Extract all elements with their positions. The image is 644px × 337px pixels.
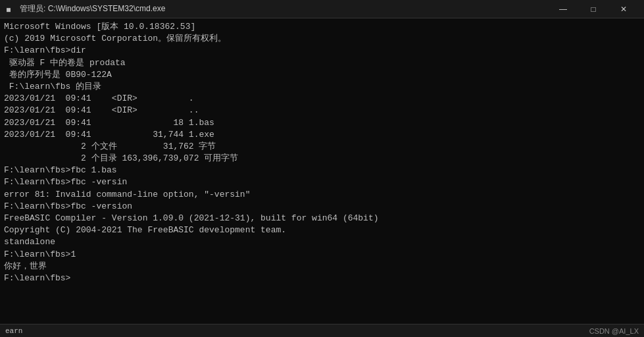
close-button[interactable]: ✕ xyxy=(608,0,639,18)
console-line: F:\learn\fbs>dir xyxy=(4,45,640,57)
console-line: FreeBASIC Compiler - Version 1.09.0 (202… xyxy=(4,213,640,224)
window-title: 管理员: C:\Windows\SYSTEM32\cmd.exe xyxy=(20,3,165,14)
console-line: F:\learn\fbs>fbc -version xyxy=(4,201,640,213)
cmd-window: ■ 管理员: C:\Windows\SYSTEM32\cmd.exe — □ ✕… xyxy=(0,0,644,337)
console-line: 2023/01/21 09:41 <DIR> . xyxy=(4,93,640,105)
status-right: CSDN @AI_LX xyxy=(589,327,639,335)
console-line: F:\learn\fbs> xyxy=(4,272,640,284)
console-area[interactable]: Microsoft Windows [版本 10.0.18362.53](c) … xyxy=(0,18,644,324)
title-bar-left: ■ 管理员: C:\Windows\SYSTEM32\cmd.exe xyxy=(5,3,165,14)
console-line: 卷的序列号是 0B90-122A xyxy=(4,69,640,81)
console-line: F:\learn\fbs>fbc 1.bas xyxy=(4,165,640,176)
console-line: 2023/01/21 09:41 18 1.bas xyxy=(4,117,640,129)
console-line: Microsoft Windows [版本 10.0.18362.53] xyxy=(4,21,640,33)
window-controls: — □ ✕ xyxy=(548,0,639,18)
console-line: F:\learn\fbs>1 xyxy=(4,249,640,261)
console-line: F:\learn\fbs>fbc -versin xyxy=(4,176,640,188)
status-bar: earn CSDN @AI_LX xyxy=(0,324,644,337)
console-line: 你好，世界 xyxy=(4,261,640,272)
console-line: 2 个目录 163,396,739,072 可用字节 xyxy=(4,153,640,165)
console-line: 2023/01/21 09:41 <DIR> .. xyxy=(4,105,640,117)
title-bar: ■ 管理员: C:\Windows\SYSTEM32\cmd.exe — □ ✕ xyxy=(0,0,644,18)
cmd-icon: ■ xyxy=(5,4,16,14)
console-line: 2 个文件 31,762 字节 xyxy=(4,141,640,153)
console-line: 驱动器 F 中的卷是 prodata xyxy=(4,57,640,69)
console-line: standalone xyxy=(4,236,640,248)
console-line: 2023/01/21 09:41 31,744 1.exe xyxy=(4,129,640,141)
console-line: error 81: Invalid command-line option, "… xyxy=(4,189,640,201)
console-line: (c) 2019 Microsoft Corporation。保留所有权利。 xyxy=(4,33,640,45)
minimize-button[interactable]: — xyxy=(548,0,578,18)
svg-text:■: ■ xyxy=(7,6,11,13)
maximize-button[interactable]: □ xyxy=(578,0,608,18)
console-line: Copyright (C) 2004-2021 The FreeBASIC de… xyxy=(4,224,640,236)
console-line: F:\learn\fbs 的目录 xyxy=(4,81,640,93)
status-left: earn xyxy=(5,327,22,335)
